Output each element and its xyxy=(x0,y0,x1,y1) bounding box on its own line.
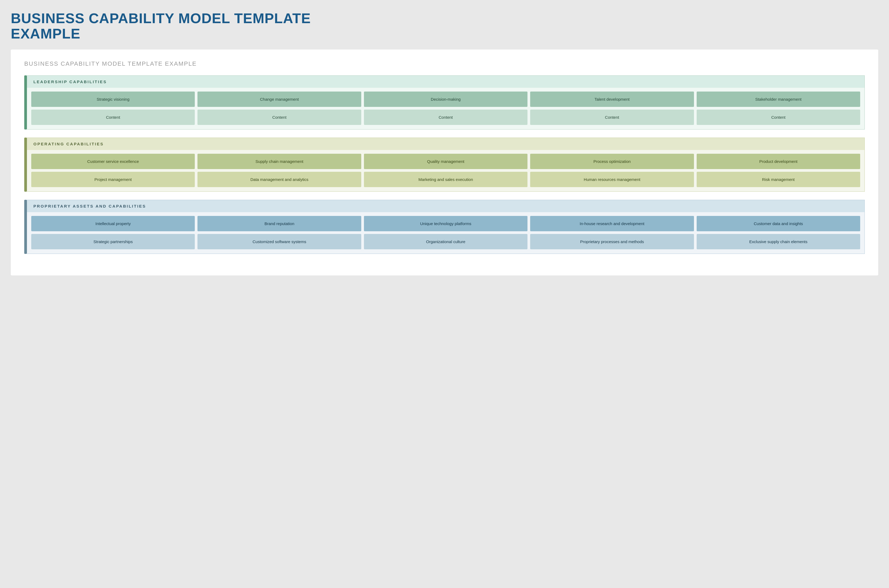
section-body-operating: OPERATING CAPABILITIESCustomer service e… xyxy=(27,138,865,192)
grid-cell-leadership-0-1: Change management xyxy=(197,92,361,107)
grid-cell-leadership-1-4: Content xyxy=(696,110,860,125)
grid-cell-proprietary-0-1: Brand reputation xyxy=(197,216,361,231)
grid-cell-operating-1-3: Human resources management xyxy=(530,172,694,187)
grid-cell-operating-1-4: Risk management xyxy=(696,172,860,187)
grid-cell-operating-0-4: Product development xyxy=(696,154,860,169)
grid-row-operating-1: Project managementData management and an… xyxy=(31,172,860,187)
grid-row-operating-0: Customer service excellenceSupply chain … xyxy=(31,154,860,169)
grid-cell-leadership-0-4: Stakeholder management xyxy=(696,92,860,107)
section-accent-operating xyxy=(24,138,27,192)
grid-cell-proprietary-1-1: Customized software systems xyxy=(197,234,361,249)
grid-cell-leadership-0-3: Talent development xyxy=(530,92,694,107)
section-body-proprietary: PROPRIETARY ASSETS AND CAPABILITIESIntel… xyxy=(27,200,865,254)
grid-cell-proprietary-1-3: Proprietary processes and methods xyxy=(530,234,694,249)
grid-cell-leadership-0-2: Decision-making xyxy=(364,92,528,107)
grid-cell-operating-1-0: Project management xyxy=(31,172,195,187)
section-accent-proprietary xyxy=(24,200,27,254)
section-body-leadership: LEADERSHIP CAPABILITIESStrategic visioni… xyxy=(27,75,865,129)
section-proprietary: PROPRIETARY ASSETS AND CAPABILITIESIntel… xyxy=(24,200,865,254)
section-accent-leadership xyxy=(24,75,27,129)
grid-cell-operating-0-2: Quality management xyxy=(364,154,528,169)
grid-cell-leadership-1-0: Content xyxy=(31,110,195,125)
section-header-leadership: LEADERSHIP CAPABILITIES xyxy=(27,76,865,88)
section-header-operating: OPERATING CAPABILITIES xyxy=(27,138,865,150)
grid-cell-leadership-1-1: Content xyxy=(197,110,361,125)
grid-cell-operating-0-1: Supply chain management xyxy=(197,154,361,169)
section-operating: OPERATING CAPABILITIESCustomer service e… xyxy=(24,138,865,192)
grid-row-proprietary-1: Strategic partnershipsCustomized softwar… xyxy=(31,234,860,249)
grid-cell-proprietary-1-2: Organizational culture xyxy=(364,234,528,249)
grid-cell-operating-0-0: Customer service excellence xyxy=(31,154,195,169)
section-leadership: LEADERSHIP CAPABILITIESStrategic visioni… xyxy=(24,75,865,129)
grid-row-proprietary-0: Intellectual propertyBrand reputationUni… xyxy=(31,216,860,231)
grid-cell-operating-1-1: Data management and analytics xyxy=(197,172,361,187)
grid-cell-leadership-0-0: Strategic visioning xyxy=(31,92,195,107)
grid-cell-proprietary-0-4: Customer data and insights xyxy=(696,216,860,231)
grid-row-leadership-0: Strategic visioningChange managementDeci… xyxy=(31,92,860,107)
grid-cell-proprietary-0-0: Intellectual property xyxy=(31,216,195,231)
grid-cell-proprietary-0-3: In-house research and development xyxy=(530,216,694,231)
grid-row-leadership-1: ContentContentContentContentContent xyxy=(31,110,860,125)
grid-cell-proprietary-1-4: Exclusive supply chain elements xyxy=(696,234,860,249)
grid-cell-proprietary-0-2: Unique technology platforms xyxy=(364,216,528,231)
grid-cell-leadership-1-2: Content xyxy=(364,110,528,125)
grid-cell-operating-1-2: Marketing and sales execution xyxy=(364,172,528,187)
section-header-proprietary: PROPRIETARY ASSETS AND CAPABILITIES xyxy=(27,200,865,212)
grid-cell-operating-0-3: Process optimization xyxy=(530,154,694,169)
page-title: BUSINESS CAPABILITY MODEL TEMPLATE EXAMP… xyxy=(11,11,878,42)
grid-cell-leadership-1-3: Content xyxy=(530,110,694,125)
main-card: BUSINESS CAPABILITY MODEL TEMPLATE EXAMP… xyxy=(11,50,878,275)
card-subtitle: BUSINESS CAPABILITY MODEL TEMPLATE EXAMP… xyxy=(24,60,865,67)
grid-cell-proprietary-1-0: Strategic partnerships xyxy=(31,234,195,249)
